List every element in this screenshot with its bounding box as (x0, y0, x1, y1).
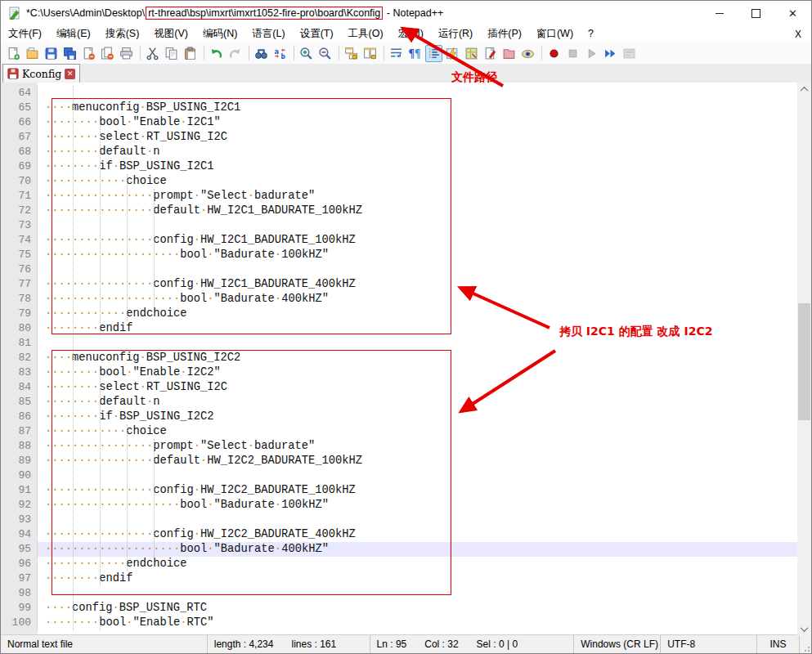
print-icon[interactable] (118, 45, 135, 62)
tab-close-icon[interactable]: ✕ (65, 69, 75, 79)
menu-bar: 文件(F)编辑(E)搜索(S)视图(V)编码(N)语言(L)设置(T)工具(O)… (1, 25, 811, 43)
code-line-70[interactable]: 70············choice (1, 174, 797, 189)
copy-icon[interactable] (163, 45, 180, 62)
macro-save-icon[interactable] (621, 45, 638, 62)
scrollbar-thumb[interactable] (798, 303, 810, 420)
launch-icon[interactable] (444, 45, 461, 62)
code-line-89[interactable]: 89················default·HW_I2C2_BADURA… (1, 454, 797, 468)
menu-item-12[interactable]: ? (581, 25, 601, 43)
indent-guide-icon[interactable] (425, 45, 442, 62)
code-line-77[interactable]: 77················config·HW_I2C1_BADURAT… (1, 277, 797, 292)
line-number: 86 (1, 410, 38, 424)
zoom-in-icon[interactable] (298, 45, 315, 62)
code-line-80[interactable]: 80········endif (1, 321, 797, 336)
code-editor[interactable]: 6465····menuconfig·BSP_USING_I2C166·····… (1, 83, 811, 636)
code-text: ········bool·"Enable·I2C2" (38, 365, 221, 380)
vertical-scrollbar[interactable] (797, 83, 811, 636)
line-number: 78 (1, 292, 38, 307)
menu-item-8[interactable]: 宏(M) (391, 25, 431, 43)
show-all-chars-icon[interactable]: ¶¶ (406, 45, 424, 62)
tab-kconfig[interactable]: Kconfig ✕ (2, 64, 80, 83)
code-line-99[interactable]: 99····config·BSP_USING_RTC (1, 601, 797, 616)
code-line-90[interactable]: 90 (1, 468, 797, 483)
menu-item-4[interactable]: 编码(N) (195, 25, 244, 43)
code-line-72[interactable]: 72················default·HW_I2C1_BADURA… (1, 204, 797, 218)
menu-item-3[interactable]: 视图(V) (146, 25, 195, 43)
code-line-84[interactable]: 84········select·RT_USING_I2C (1, 380, 797, 395)
paste-icon[interactable] (182, 45, 199, 62)
code-line-81[interactable]: 81 (1, 336, 797, 351)
minimize-button[interactable] (701, 1, 738, 25)
doc-map-icon[interactable] (463, 45, 480, 62)
menubar-close-document-button[interactable]: X (785, 29, 811, 40)
code-line-79[interactable]: 79············endchoice (1, 307, 797, 321)
code-line-68[interactable]: 68········default·n (1, 145, 797, 159)
scroll-up-arrow[interactable] (797, 83, 811, 96)
close-doc-icon[interactable] (80, 45, 97, 62)
line-number: 90 (1, 468, 38, 483)
code-line-82[interactable]: 82····menuconfig·BSP_USING_I2C2 (1, 351, 797, 365)
code-line-95[interactable]: 95····················bool·"Badurate·400… (1, 542, 797, 557)
code-line-73[interactable]: 73 (1, 218, 797, 233)
code-line-65[interactable]: 65····menuconfig·BSP_USING_I2C1 (1, 101, 797, 115)
save-all-icon[interactable] (61, 45, 79, 62)
code-line-92[interactable]: 92····················bool·"Badurate·100… (1, 498, 797, 513)
cut-icon[interactable] (144, 45, 161, 62)
code-line-71[interactable]: 71················prompt·"Select·badurat… (1, 189, 797, 204)
close-button[interactable]: ✕ (774, 1, 811, 25)
word-wrap-icon[interactable] (388, 45, 405, 62)
menu-item-9[interactable]: 运行(R) (431, 25, 480, 43)
code-line-75[interactable]: 75····················bool·"Badurate·100… (1, 248, 797, 262)
code-line-97[interactable]: 97········endif (1, 571, 797, 586)
code-line-98[interactable]: 98 (1, 586, 797, 601)
macro-run-multi-icon[interactable] (602, 45, 619, 62)
menu-item-6[interactable]: 设置(T) (293, 25, 341, 43)
code-line-76[interactable]: 76 (1, 262, 797, 277)
code-line-94[interactable]: 94················config·HW_I2C2_BADURAT… (1, 527, 797, 542)
zoom-out-icon[interactable] (316, 45, 334, 62)
code-line-93[interactable]: 93 (1, 513, 797, 527)
folder-workspace-icon[interactable] (500, 45, 518, 62)
macro-play-icon[interactable] (583, 45, 600, 62)
undo-icon[interactable] (208, 45, 225, 62)
menu-item-2[interactable]: 搜索(S) (98, 25, 147, 43)
menu-item-7[interactable]: 工具(O) (341, 25, 391, 43)
maximize-button[interactable] (738, 1, 774, 25)
macro-record-icon[interactable] (545, 45, 563, 62)
code-line-69[interactable]: 69········if·BSP_USING_I2C1 (1, 159, 797, 174)
new-file-icon[interactable] (5, 45, 22, 62)
scroll-down-arrow[interactable] (797, 622, 811, 636)
replace-icon[interactable]: ab (271, 45, 289, 62)
save-icon[interactable] (43, 45, 60, 62)
doc-list-icon[interactable] (482, 45, 499, 62)
code-line-86[interactable]: 86········if·BSP_USING_I2C2 (1, 410, 797, 424)
macro-stop-icon[interactable] (564, 45, 581, 62)
sync-horizontal-icon[interactable] (361, 45, 379, 62)
code-line-91[interactable]: 91················config·HW_I2C2_BADURAT… (1, 483, 797, 498)
line-number: 93 (1, 513, 38, 527)
code-line-64[interactable]: 64 (1, 86, 797, 101)
redo-icon[interactable] (227, 45, 244, 62)
code-line-83[interactable]: 83········bool·"Enable·I2C2" (1, 365, 797, 380)
sync-vertical-icon[interactable] (343, 45, 360, 62)
menu-item-5[interactable]: 语言(L) (244, 25, 292, 43)
menu-item-1[interactable]: 编辑(E) (49, 25, 98, 43)
monitor-icon[interactable] (519, 45, 536, 62)
menu-item-0[interactable]: 文件(F) (1, 25, 49, 43)
code-line-74[interactable]: 74················config·HW_I2C1_BADURAT… (1, 233, 797, 248)
code-line-88[interactable]: 88················prompt·"Select·badurat… (1, 439, 797, 454)
code-line-66[interactable]: 66········bool·"Enable·I2C1" (1, 115, 797, 130)
line-number: 76 (1, 262, 38, 277)
find-icon[interactable] (253, 45, 270, 62)
code-text: ····················bool·"Badurate·100kH… (38, 248, 329, 262)
code-line-78[interactable]: 78····················bool·"Badurate·400… (1, 292, 797, 307)
open-folder-icon[interactable] (24, 45, 41, 62)
menu-item-10[interactable]: 插件(P) (480, 25, 529, 43)
code-line-87[interactable]: 87············choice (1, 424, 797, 439)
code-line-96[interactable]: 96············endchoice (1, 557, 797, 571)
code-line-100[interactable]: 100········bool·"Enable·RTC" (1, 616, 797, 630)
menu-item-11[interactable]: 窗口(W) (529, 25, 581, 43)
code-line-85[interactable]: 85········default·n (1, 395, 797, 410)
code-line-67[interactable]: 67········select·RT_USING_I2C (1, 130, 797, 145)
close-all-docs-icon[interactable] (99, 45, 116, 62)
